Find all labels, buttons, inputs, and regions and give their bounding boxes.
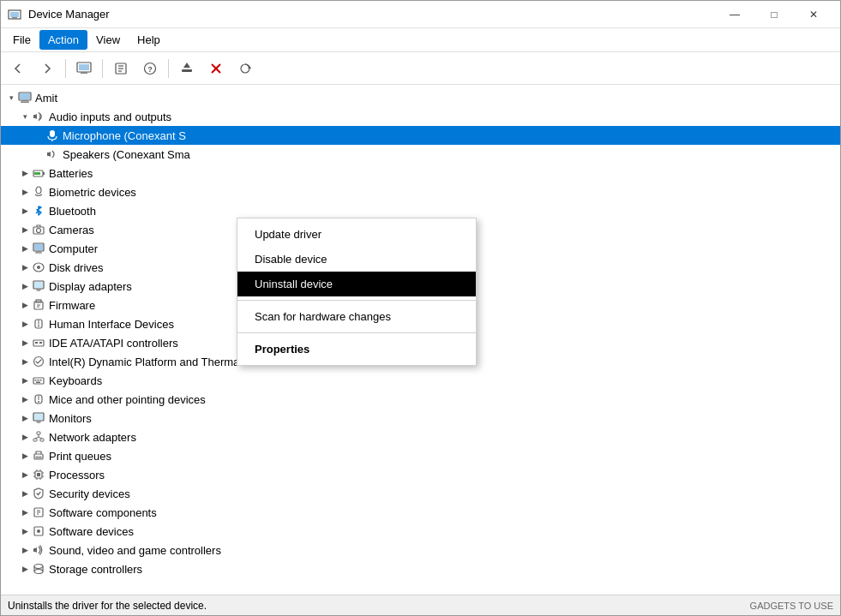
back-button[interactable] [4,56,32,81]
microphone-icon [45,129,59,142]
expand-icon-security: ▶ [18,487,32,500]
device-manager-window: Device Manager — □ ✕ File Action View He… [0,0,841,616]
svg-point-27 [36,187,41,194]
tree-item-sound[interactable]: ▶ Sound, video and game controllers [1,541,840,559]
computer-button[interactable] [70,56,98,81]
expand-icon-root: ▾ [4,91,18,105]
tree-item-biometric[interactable]: ▶ Biometric devices [1,182,840,201]
display-icon [32,279,45,293]
toolbar-separator-1 [65,59,66,78]
computer-tree-icon [32,242,45,255]
svg-rect-55 [40,380,42,381]
network-icon [32,430,45,444]
storage-label: Storage controllers [49,563,142,576]
svg-point-59 [38,401,39,403]
intel-icon [32,355,45,368]
audio-label: Audio inputs and outputs [49,111,171,123]
main-content: ▾ Amit ▾ [1,85,840,595]
svg-point-47 [38,326,39,327]
tree-item-audio[interactable]: ▾ Audio inputs and outputs [1,107,840,126]
network-label: Network adapters [49,431,136,444]
keyboards-icon [32,374,45,387]
tree-root[interactable]: ▾ Amit [1,88,840,107]
svg-rect-64 [37,432,40,434]
svg-point-30 [37,229,41,233]
menu-view[interactable]: View [87,30,129,50]
context-update-driver[interactable]: Update driver [237,222,476,247]
menu-file[interactable]: File [4,30,39,50]
svg-rect-12 [182,69,192,72]
tree-item-network[interactable]: ▶ Network adapters [1,428,840,446]
expand-icon-sound: ▶ [18,543,32,557]
svg-point-51 [34,357,44,367]
expand-icon-intel: ▶ [18,355,32,368]
close-button[interactable]: ✕ [794,1,833,28]
forward-button[interactable] [33,56,61,81]
tree-item-mice[interactable]: ▶ Mice and other pointing devices [1,390,840,409]
tree-item-speakers[interactable]: Speakers (Conexant Sma [1,145,840,164]
security-label: Security devices [49,487,130,500]
tree-item-security[interactable]: ▶ Security devices [1,484,840,503]
context-properties[interactable]: Properties [237,337,476,362]
expand-icon-keyboards: ▶ [18,374,32,387]
svg-rect-4 [79,64,89,70]
expand-icon-mice: ▶ [18,392,32,406]
tree-item-microphone[interactable]: Microphone (Conexant S [1,126,840,145]
svg-rect-53 [35,380,37,381]
computer-icon [18,91,32,105]
context-disable-device[interactable]: Disable device [237,247,476,272]
speakers-label: Speakers (Conexant Sma [63,148,190,161]
softwaredvc-label: Software devices [49,525,134,538]
svg-rect-66 [40,439,44,441]
tree-view[interactable]: ▾ Amit ▾ [1,85,840,595]
expand-icon-storage: ▶ [18,562,32,576]
svg-rect-38 [34,282,43,288]
svg-rect-71 [36,457,41,458]
context-uninstall-device[interactable]: Uninstall device [237,272,476,296]
tree-item-keyboards[interactable]: ▶ Keyboards [1,371,840,390]
status-right: GADGETS TO USE [750,601,833,611]
context-menu: Update driver Disable device Uninstall d… [237,218,477,366]
menu-action[interactable]: Action [39,30,87,50]
context-scan-hardware[interactable]: Scan for hardware changes [237,304,476,329]
root-label: Amit [35,92,57,105]
tree-item-batteries[interactable]: ▶ Batteries [1,164,840,182]
softwarecomp-icon [32,505,45,519]
maximize-button[interactable]: □ [754,1,794,28]
tree-item-softwarecomp[interactable]: ▶ Software components [1,503,840,522]
batteries-label: Batteries [49,167,93,180]
hid-label: Human Interface Devices [49,318,174,331]
update-driver-button[interactable] [173,56,201,81]
computer-label: Computer [49,242,98,255]
menu-help[interactable]: Help [129,30,169,50]
svg-rect-61 [34,414,43,420]
svg-rect-40 [37,290,40,291]
svg-rect-34 [35,253,42,254]
svg-rect-26 [43,172,45,175]
tree-item-monitors[interactable]: ▶ Monitors [1,409,840,428]
minimize-button[interactable]: — [715,1,754,28]
help-button[interactable]: ? [136,56,164,81]
tree-item-processors[interactable]: ▶ Processors [1,465,840,484]
tree-item-softwaredvc[interactable]: ▶ Software devices [1,522,840,541]
security-icon [32,487,45,500]
sound-label: Sound, video and game controllers [49,544,221,557]
show-properties-button[interactable] [107,56,135,81]
expand-icon-hid: ▶ [18,317,32,331]
svg-rect-49 [35,342,38,344]
svg-rect-73 [37,473,40,476]
expand-icon-display: ▶ [18,279,32,293]
window-icon [8,8,21,21]
title-bar: Device Manager — □ ✕ [1,1,840,28]
tree-item-print[interactable]: ▶ Print queues [1,446,840,465]
expand-icon-softwaredvc: ▶ [18,524,32,538]
print-icon [32,449,45,463]
scan-button[interactable] [231,56,259,81]
svg-rect-22 [50,130,55,137]
cameras-label: Cameras [49,224,94,236]
uninstall-button[interactable] [202,56,230,81]
context-separator-2 [237,332,476,333]
batteries-icon [32,166,45,180]
tree-item-storage[interactable]: ▶ Storage controllers [1,559,840,578]
hid-icon [32,317,45,331]
